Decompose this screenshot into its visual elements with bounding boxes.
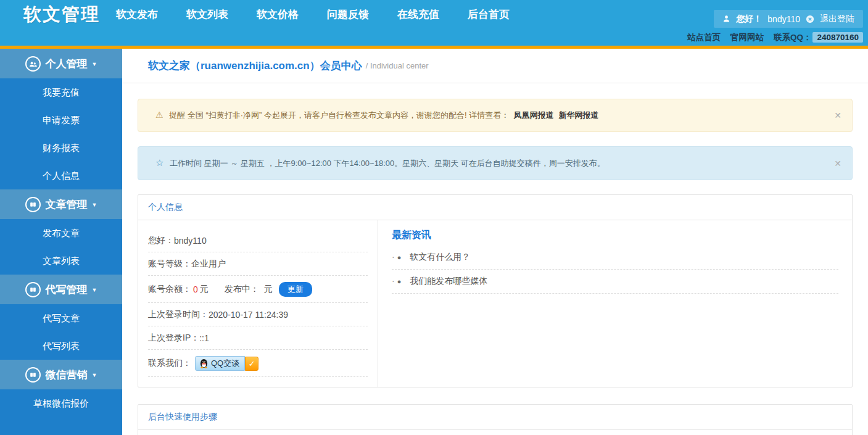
step1-row: Step1：注册账号 注册账号，填写账号、密码、联系方式，点击[提交]完成注册 (138, 430, 852, 435)
bullet-icon: ● (397, 278, 402, 285)
profile-details: 您好： bndy110 账号等级： 企业用户 账号余额： 0 元 (138, 220, 378, 387)
chevron-down-icon: ▼ (92, 202, 97, 208)
greeting-row: 您好： bndy110 (148, 229, 368, 252)
content-area: ⚠ 提醒 全国 “扫黄打非·净网” 今起展开，请客户自行检查发布文章内容，谢谢您… (122, 83, 868, 435)
warning-alert: ⚠ 提醒 全国 “扫黄打非·净网” 今起展开，请客户自行检查发布文章内容，谢谢您… (138, 99, 853, 132)
news-link[interactable]: 我们能发布哪些媒体 (410, 276, 487, 286)
publishing-label: 发布中： (225, 284, 259, 295)
nav-item-article-list[interactable]: 软文列表 (186, 7, 228, 22)
sidebar-section-label: 文章管理 (46, 197, 88, 212)
page-title: 软文之家（ruanwenzhijia.com.cn）会员中心 (148, 59, 362, 73)
nav-item-article-price[interactable]: 软文价格 (257, 7, 299, 22)
qq-number: 240870160 (812, 32, 863, 43)
account-level-value: 企业用户 (191, 259, 226, 270)
chevron-down-icon: ▼ (92, 287, 97, 293)
nav-item-recharge[interactable]: 在线充值 (397, 7, 439, 22)
balance-label: 账号余额： (148, 284, 191, 295)
publishing-unit: 元 (264, 284, 273, 295)
dot-icon: · (392, 276, 395, 286)
sidebar-section-articles[interactable]: 文章管理 ▼ (0, 189, 122, 219)
qq-chat-label: QQ交谈 (211, 358, 239, 369)
link-site-home[interactable]: 站点首页 (687, 32, 721, 43)
header-quicklinks-row: 站点首页 官网网站 联系QQ：240870160 (0, 29, 868, 46)
last-login-ip-row: 上次登录IP： ::1 (148, 326, 368, 350)
users-icon (25, 56, 41, 72)
account-level-row: 账号等级： 企业用户 (148, 252, 368, 276)
quick-steps-panel: 后台快速使用步骤 Step1：注册账号 注册账号，填写账号、密码、联系方式，点击… (138, 404, 853, 435)
warning-icon: ⚠ (155, 110, 163, 120)
chevron-down-icon: ▼ (92, 61, 97, 67)
xinhua-report-link[interactable]: 新华网报道 (558, 110, 598, 120)
chevron-down-icon: ▼ (92, 372, 97, 378)
sidebar-section-wechat[interactable]: 微信营销 ▼ (0, 360, 122, 389)
book-icon (25, 367, 41, 383)
balance-unit: 元 (200, 284, 209, 295)
balance-row: 账号余额： 0 元 发布中： 元 更新 (148, 276, 368, 303)
sidebar-section-ghostwriting[interactable]: 代写管理 ▼ (0, 275, 122, 304)
nav-item-admin-home[interactable]: 后台首页 (468, 7, 510, 22)
close-icon[interactable]: ✕ (834, 159, 841, 168)
profile-panel-body: 您好： bndy110 账号等级： 企业用户 账号余额： 0 元 (138, 220, 852, 387)
sidebar-section-label: 代写管理 (46, 283, 88, 297)
user-box: 您好！ bndy110 退出登陆 (714, 10, 863, 28)
logout-icon (806, 15, 814, 23)
phoenix-report-link[interactable]: 凤凰网报道 (514, 110, 554, 120)
link-official-site[interactable]: 官网网站 (730, 32, 764, 43)
nav-item-article-publish[interactable]: 软文发布 (116, 7, 158, 22)
logout-link[interactable]: 退出登陆 (820, 14, 854, 25)
qq-contact-label: 联系QQ： (774, 33, 812, 42)
contact-label: 联系我们： (148, 358, 191, 369)
qq-penguin-icon (199, 358, 209, 368)
qq-chat-button[interactable]: QQ交谈 (195, 356, 245, 371)
star-icon: ☆ (155, 157, 163, 168)
balance-value: 0 (193, 284, 198, 294)
main-content: 软文之家（ruanwenzhijia.com.cn）会员中心 / Individ… (122, 49, 868, 435)
warning-alert-text: 提醒 全国 “扫黄打非·净网” 今起展开，请客户自行检查发布文章内容，谢谢您的配… (169, 110, 509, 120)
header-main-row: 软文管理 软文发布 软文列表 软文价格 问题反馈 在线充值 后台首页 您好！ b… (0, 0, 868, 29)
nav-item-feedback[interactable]: 问题反馈 (327, 7, 369, 22)
news-column: 最新资讯 ·●软文有什么用？ ·●我们能发布哪些媒体 (378, 220, 852, 387)
sidebar-item-wechat-pricing[interactable]: 草根微信报价 (0, 389, 122, 417)
quick-steps-title: 后台快速使用步骤 (138, 405, 852, 430)
bullet-icon: ● (397, 254, 402, 261)
profile-panel-title: 个人信息 (138, 195, 852, 220)
sidebar-item-invoice[interactable]: 申请发票 (0, 106, 122, 134)
book-icon (25, 282, 41, 297)
username: bndy110 (767, 14, 800, 24)
update-balance-button[interactable]: 更新 (279, 282, 312, 297)
sidebar-section-personal[interactable]: 个人管理 ▼ (0, 49, 122, 78)
page: 软文管理 软文发布 软文列表 软文价格 问题反馈 在线充值 后台首页 您好！ b… (0, 0, 868, 435)
book-icon (25, 197, 41, 212)
sidebar-item-recharge[interactable]: 我要充值 (0, 78, 122, 106)
page-subtitle: / Individual center (366, 61, 429, 70)
dot-icon: · (392, 252, 395, 262)
close-icon[interactable]: ✕ (834, 110, 841, 120)
last-login-time-value: 2020-10-17 11:24:39 (209, 310, 288, 320)
qq-contact: 联系QQ：240870160 (774, 32, 863, 43)
user-greeting: 您好！ (736, 14, 762, 25)
sidebar-item-finance-report[interactable]: 财务报表 (0, 134, 122, 162)
sidebar-item-ghostwrite-article[interactable]: 代写文章 (0, 304, 122, 332)
app-header: 软文管理 软文发布 软文列表 软文价格 问题反馈 在线充值 后台首页 您好！ b… (0, 0, 868, 49)
info-alert-text: 工作时间 星期一 ～ 星期五 ，上午9:00~12:00 下午14:00~18:… (170, 159, 605, 168)
last-login-ip-label: 上次登录IP： (148, 333, 199, 344)
sidebar-item-publish-article[interactable]: 发布文章 (0, 219, 122, 247)
sidebar-section-label: 个人管理 (46, 57, 88, 71)
greeting-label: 您好： (148, 235, 174, 246)
sidebar-item-personal-info[interactable]: 个人信息 (0, 162, 122, 189)
news-link[interactable]: 软文有什么用？ (410, 252, 470, 262)
sidebar: 个人管理 ▼ 我要充值 申请发票 财务报表 个人信息 文章管理 ▼ 发布文章 文… (0, 49, 122, 435)
info-alert: ☆ 工作时间 星期一 ～ 星期五 ，上午9:00~12:00 下午14:00~1… (138, 146, 853, 180)
sidebar-item-article-list[interactable]: 文章列表 (0, 247, 122, 275)
contact-row: 联系我们： QQ交谈 ✓ (148, 350, 368, 377)
news-item: ·●我们能发布哪些媒体 (392, 270, 838, 294)
last-login-time-row: 上次登录时间： 2020-10-17 11:24:39 (148, 303, 368, 326)
sidebar-item-ghostwrite-list[interactable]: 代写列表 (0, 332, 122, 360)
shield-check-icon: ✓ (245, 357, 258, 371)
person-icon (722, 15, 730, 23)
last-login-ip-value: ::1 (199, 333, 209, 343)
profile-panel: 个人信息 您好： bndy110 账号等级： 企业用户 (138, 194, 853, 387)
news-item: ·●软文有什么用？ (392, 246, 838, 270)
sidebar-section-label: 微信营销 (46, 368, 88, 382)
breadcrumb: 软文之家（ruanwenzhijia.com.cn）会员中心 / Individ… (122, 49, 868, 83)
